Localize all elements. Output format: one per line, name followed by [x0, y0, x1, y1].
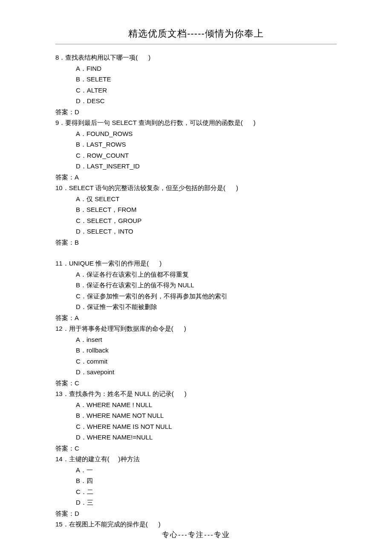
option-c: C．ROW_COUNT [76, 150, 337, 161]
stem-suffix: ) [254, 119, 256, 126]
question-14: 14．主键的建立有( )种方法 A．一 B．四 C．二 D．三 答案：D [55, 454, 337, 519]
stem-suffix: ) [184, 390, 187, 397]
stem-text: 8．查找表结构用以下哪一项( [55, 54, 138, 61]
question-stem: 10．SELECT 语句的完整语法较复杂，但至少包括的部分是( ) [55, 182, 337, 194]
question-answer: 答案：B [55, 237, 337, 248]
option-a: A．insert [76, 334, 337, 345]
option-b: B．WHERE NAME NOT NULL [76, 410, 337, 421]
header-divider [55, 44, 337, 44]
question-stem: 11．UNIQUE 惟一索引的作用是( ) [55, 258, 337, 269]
question-options: A．仅 SELECT B．SELECT，FROM C．SELECT，GROUP … [55, 194, 337, 237]
option-d: D．SELECT，INTO [76, 226, 337, 237]
option-b: B．rollback [76, 345, 337, 356]
question-13: 13．查找条件为：姓名不是 NULL 的记录( ) A．WHERE NAME !… [55, 388, 337, 454]
page-footer: 专心---专注---专业 [0, 529, 392, 541]
question-answer: 答案：D [55, 107, 337, 118]
question-options: A．WHERE NAME ! NULL B．WHERE NAME NOT NUL… [55, 399, 337, 443]
option-b: B．SELECT，FROM [76, 204, 337, 215]
option-c: C．commit [76, 356, 337, 367]
question-8: 8．查找表结构用以下哪一项( ) A．FIND B．SELETE C．ALTER… [55, 52, 337, 117]
option-d: D．savepoint [76, 367, 337, 378]
question-11: 11．UNIQUE 惟一索引的作用是( ) A．保证各行在该索引上的值都不得重复… [55, 258, 337, 323]
question-stem: 8．查找表结构用以下哪一项( ) [55, 52, 337, 63]
option-a: A．仅 SELECT [76, 194, 337, 205]
question-stem: 12．用于将事务处理写到数据库的命令是( ) [55, 323, 337, 334]
question-9: 9．要得到最后一句 SELECT 查询到的总行数，可以使用的函数是( ) A．F… [55, 117, 337, 182]
stem-text: 15．在视图上不能完成的操作是( [55, 520, 148, 528]
option-b: B．SELETE [76, 74, 337, 85]
page-header-title: 精选优质文档-----倾情为你奉上 [55, 26, 337, 41]
question-options: A．FIND B．SELETE C．ALTER D．DESC [55, 63, 337, 107]
stem-suffix: ) [184, 325, 186, 332]
option-d: D．保证惟一索引不能被删除 [76, 301, 337, 312]
question-12: 12．用于将事务处理写到数据库的命令是( ) A．insert B．rollba… [55, 323, 337, 388]
option-c: C．SELECT，GROUP [76, 215, 337, 226]
question-answer: 答案：C [55, 443, 337, 454]
stem-suffix: ) [236, 184, 238, 191]
question-answer: 答案：A [55, 312, 337, 324]
question-options: A．insert B．rollback C．commit D．savepoint [55, 334, 337, 378]
option-d: D．三 [76, 497, 337, 508]
stem-text: 9．要得到最后一句 SELECT 查询到的总行数，可以使用的函数是( [55, 119, 243, 126]
question-answer: 答案：D [55, 508, 337, 519]
option-a: A．保证各行在该索引上的值都不得重复 [76, 269, 337, 280]
stem-suffix: ) [159, 260, 161, 267]
page-content: 精选优质文档-----倾情为你奉上 8．查找表结构用以下哪一项( ) A．FIN… [0, 26, 392, 530]
stem-text: 13．查找条件为：姓名不是 NULL 的记录( [55, 390, 174, 397]
question-stem: 14．主键的建立有( )种方法 [55, 454, 337, 465]
stem-text: 11．UNIQUE 惟一索引的作用是( [55, 260, 149, 267]
option-c: C．保证参加惟一索引的各列，不得再参加其他的索引 [76, 291, 337, 302]
option-a: A．FOUND_ROWS [76, 128, 337, 139]
question-options: A．保证各行在该索引上的值都不得重复 B．保证各行在该索引上的值不得为 NULL… [55, 269, 337, 312]
question-options: A．FOUND_ROWS B．LAST_ROWS C．ROW_COUNT D．L… [55, 128, 337, 172]
question-answer: 答案：C [55, 378, 337, 389]
option-d: D．DESC [76, 95, 337, 107]
option-b: B．保证各行在该索引上的值不得为 NULL [76, 280, 337, 291]
question-stem: 9．要得到最后一句 SELECT 查询到的总行数，可以使用的函数是( ) [55, 117, 337, 128]
option-c: C．二 [76, 486, 337, 497]
question-options: A．一 B．四 C．二 D．三 [55, 465, 337, 508]
blank-line [55, 248, 337, 258]
option-a: A．FIND [76, 63, 337, 74]
question-10: 10．SELECT 语句的完整语法较复杂，但至少包括的部分是( ) A．仅 SE… [55, 182, 337, 248]
question-stem: 15．在视图上不能完成的操作是( ) [55, 519, 337, 530]
option-d: D．WHERE NAME!=NULL [76, 432, 337, 443]
stem-text: 10．SELECT 语句的完整语法较复杂，但至少包括的部分是( [55, 184, 225, 191]
option-a: A．WHERE NAME ! NULL [76, 399, 337, 410]
stem-suffix: ) [148, 54, 150, 61]
option-a: A．一 [76, 465, 337, 476]
question-answer: 答案：A [55, 172, 337, 183]
stem-suffix: ) [159, 520, 161, 528]
option-c: C．ALTER [76, 85, 337, 96]
option-b: B．LAST_ROWS [76, 139, 337, 150]
stem-text: 14．主键的建立有( [55, 455, 110, 462]
stem-text: 12．用于将事务处理写到数据库的命令是( [55, 325, 173, 332]
option-d: D．LAST_INSERT_ID [76, 161, 337, 172]
stem-suffix: )种方法 [118, 455, 140, 462]
question-stem: 13．查找条件为：姓名不是 NULL 的记录( ) [55, 388, 337, 399]
option-b: B．四 [76, 475, 337, 486]
question-15: 15．在视图上不能完成的操作是( ) [55, 519, 337, 530]
option-c: C．WHERE NAME IS NOT NULL [76, 421, 337, 432]
